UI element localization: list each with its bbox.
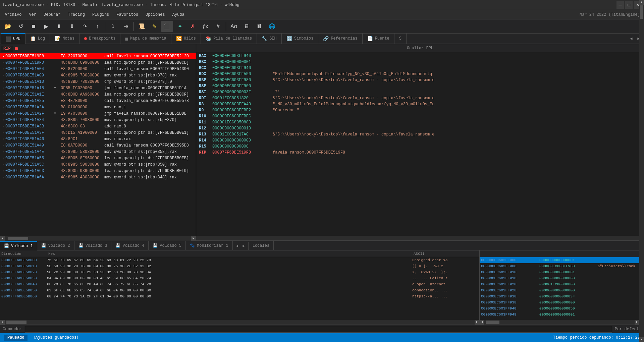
trace-btn[interactable]: ✗ [186,21,199,32]
dump-hscrollbar[interactable]: ◄ ► [0,320,479,325]
disasm-row[interactable]: ●00007FF6DBE51A1048:83BD 78030000cmp qwo… [0,78,196,85]
script-button[interactable]: 📜 [136,21,148,32]
disasm-row[interactable]: ●00007FF6DBE51A3B48:83C0 08add rax,8 [0,123,196,129]
register-row[interactable]: R10000000EC603FFBFC [196,113,639,119]
stack-row[interactable]: 000000EC603FF908000000EC603FF980&"C:\\Us… [480,263,644,269]
btab-volcado5[interactable]: 💾 Volcado 5 [149,241,186,250]
step-over-button[interactable]: ↷ [78,21,91,32]
dump-row[interactable]: 00007FF6DBE5B02058 2C 20 00 30 78 25 30 … [0,269,479,275]
maximize-button[interactable]: □ [625,1,633,9]
callstack-btn[interactable]: ✦ [174,21,186,32]
step-out-button[interactable]: ↑ [91,21,103,32]
ocultar-fpu-button[interactable]: Ocultar FPU [196,44,644,52]
register-row[interactable]: RIP00007FF6DBE519F8favela_ransom.00007FF… [196,150,639,156]
stop-button[interactable]: ⏹ [28,21,40,32]
tab-prev-button[interactable]: ◄ [628,35,635,43]
btab-locales[interactable]: Locales [249,241,274,250]
stack-scroll-track[interactable] [484,320,635,325]
dump-row[interactable]: 00007FF6DBE5B05063 6F 6E 6E 65 63 74 69 … [0,287,479,293]
stack-row[interactable]: 000000EC603FF9380000000000000000 [480,299,644,305]
disasm-hscrollbar[interactable]: ◄ ► [0,236,196,241]
stack-row[interactable]: 000000EC603FF9480000000000000001 [480,311,644,318]
register-row[interactable]: RSI000000000000003F'?' [196,89,639,95]
btab-volcado1[interactable]: 💾 Volcado 1 [0,241,37,250]
tab-log[interactable]: 📋 Log [25,33,50,44]
patch-button[interactable]: ⬛ [161,21,173,32]
register-row[interactable]: R8000000EC603FFA40"_NO_v30_m0l1nOs_Euldl… [196,101,639,107]
menu-opciones[interactable]: Opciones [142,11,168,18]
restart-button[interactable]: ↺ [15,21,27,32]
tab-pila-llamadas[interactable]: 📚 Pila de llamadas [201,33,257,44]
tab-referencias[interactable]: 🔗 Referencias [318,33,362,44]
tab-notas[interactable]: 📝 Notas [50,33,79,44]
register-row[interactable]: RDI00001ECC8051820&"C:\\Users\\rocky\\De… [196,95,639,101]
mem-map-btn[interactable]: 🖥 [240,21,253,32]
dump-scroll-track[interactable] [5,320,475,325]
dump-scroll-left[interactable]: ◄ [0,320,5,325]
stack-scroll-right[interactable]: ► [635,320,639,325]
highlight-button[interactable]: ✎ [148,21,160,32]
tab-breakpoints[interactable]: Breakpoints [79,33,120,44]
disasm-row[interactable]: ●00007FF6DBE51A2AB8 01000000mov eax,1 [0,104,196,110]
menu-ver[interactable]: Ver [25,11,40,18]
disasm-row[interactable]: ●00007FF6DBE51A5548:8D05 8F960000lea rax… [0,155,196,161]
stack-scroll-left[interactable]: ◄ [480,320,484,325]
register-row[interactable]: R1300001ECC80517A0&"C:\\Users\\rocky\\De… [196,131,639,137]
btab-next[interactable]: ► [241,242,247,250]
btab-monitorizar[interactable]: 🐾 Monitorizar 1 [186,241,233,250]
btab-volcado4[interactable]: 💾 Volcado 4 [111,241,149,250]
dump-row[interactable]: 00007FF6DBE5B00075 6E 73 69 67 6E 65 64 … [0,257,479,263]
disasm-row[interactable]: ●00007FF6DBE51A2F▼E9 A7030000jmp favela_… [0,110,196,117]
disasm-row[interactable]: ●00007FF6DBE51A3F48:D15 A1960000lea rdx,… [0,129,196,136]
register-row[interactable]: RSP000000EC603FF900 [196,83,639,89]
disasm-row[interactable]: ●00007FF6DBE51A6348:8D05 93960000lea rax… [0,168,196,174]
stack-row[interactable]: 000000EC603FF9280000000000000000 [480,287,644,293]
dump-row[interactable]: 00007FF6DBE5B0300A 0A 00 00 00 00 00 00 … [0,275,479,281]
register-row[interactable]: RCX000000EC603FF940 [196,65,639,71]
btab-volcado3[interactable]: 💾 Volcado 3 [74,241,112,250]
run-to-cursor[interactable]: ⤵ [107,21,119,32]
pause-button[interactable]: ⏸ [53,21,65,32]
find-btn[interactable]: Aα [228,21,240,32]
stack-row[interactable]: 000000EC603FF930000000000000003F [480,293,644,299]
stack-row[interactable]: 000000EC603FF9000000000000000001 [480,257,644,263]
dump-scroll-right[interactable]: ► [475,320,479,325]
stack-row[interactable]: 000000EC603FF920000001EC80000000 [480,281,644,287]
tab-seh[interactable]: 🔧 SEH [257,33,282,44]
register-row[interactable]: R120000000000000010 [196,125,639,131]
open-button[interactable]: 📂 [2,21,14,32]
disasm-row[interactable]: ●00007FF6DBE51A3448:8B85 70030000mov rax… [0,117,196,123]
disasm-row[interactable]: ●00007FF6DBE51A6A48:8985 48030000mov qwo… [0,174,196,180]
dump-row[interactable]: 00007FF6DBE5B06068 74 74 70 73 3A 2F 2F … [0,293,479,299]
disasm-row[interactable]: ●00007FF6DBE519F8E8 22070000call favela_… [0,53,196,59]
register-row[interactable]: RAX000000EC603FF940 [196,53,639,59]
minimize-button[interactable]: ─ [616,1,624,9]
dump-row[interactable]: 00007FF6DBE5B0406F 20 6F 70 65 6E 20 49 … [0,281,479,287]
stack-row[interactable]: 000000EC603FF9100000000000000001 [480,269,644,275]
register-row[interactable]: R15000000000000008 [196,144,639,150]
disasm-hscroll-right[interactable]: ► [191,236,196,241]
disasm-row[interactable]: ●00007FF6DBE51A1E48:8D0D AA960000lea rcx… [0,91,196,98]
disasm-row[interactable]: ●00007FF6DBE51A18▼0F85 FC020000jne favel… [0,85,196,91]
register-row[interactable]: RBP000000EC603FF980&"C:\\Users\\rocky\\D… [196,77,639,83]
menu-ayuda[interactable]: Ayuda [169,11,188,18]
disasm-hscroll-left[interactable]: ◄ [0,236,5,241]
dump-row[interactable]: 00007FF6DBE5B0105B 5D 20 3D 20 7B 00 09 … [0,263,479,269]
disasm-row[interactable]: ●00007FF6DBE51A25E8 4E7B0000call favela_… [0,98,196,104]
menu-tracing[interactable]: Tracing [64,11,88,18]
execute-till-return[interactable]: ⇥ [120,21,132,32]
reg-hscrollbar[interactable] [196,236,644,240]
disasm-row[interactable]: ●00007FF6DBE51A4E48:8985 58030000mov qwo… [0,149,196,155]
register-row[interactable]: RBX0000000000000001 [196,59,639,65]
disasm-row[interactable]: ●00007FF6DBE51A0948:8985 78030000mov qwo… [0,72,196,78]
register-row[interactable]: R11000001ECC8050880 [196,119,639,125]
stack-row[interactable]: 000000EC603FF9180000000000000000 [480,275,644,281]
disasm-row[interactable]: ●00007FF6DBE51A5C48:8985 50030000mov qwo… [0,161,196,168]
tab-hilos[interactable]: 🔀 Hilos [171,33,201,44]
tab-fuente[interactable]: 📄 Fuente [363,33,394,44]
menu-favoritos[interactable]: Favoritos [113,11,142,18]
disasm-row[interactable]: ●00007FF6DBE519FD48:8D0D C9960000lea rcx… [0,59,196,66]
disasm-row[interactable]: ●00007FF6DBE51A4648:89C1mov rcx,rax [0,136,196,142]
stack-row[interactable]: 000000EC603FF9400000000000000050 [480,305,644,311]
menu-depurar[interactable]: Depurar [40,11,64,18]
